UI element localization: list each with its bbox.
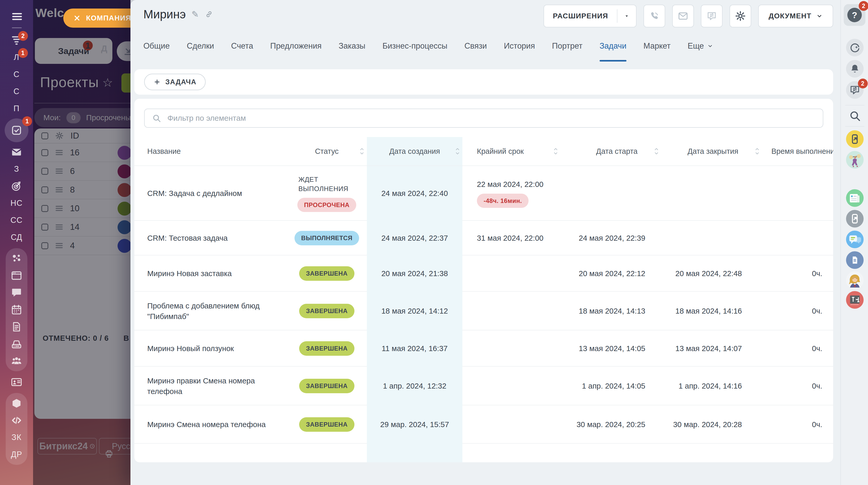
task-start-date (561, 166, 661, 221)
task-row[interactable]: CRM: Задача с дедлайномЖДЕТ ВЫПОЛНЕНИЯПР… (134, 166, 833, 220)
tasks-filter-input[interactable] (167, 114, 823, 122)
tab-связи[interactable]: Связи (464, 41, 487, 62)
column-header-6[interactable]: Дата закрытия (661, 137, 762, 166)
task-row[interactable]: Миринэ Новая заставкаЗАВЕРШЕНА20 мая 202… (134, 255, 833, 291)
sidebar-item-cube[interactable] (9, 397, 24, 409)
crm-icon (10, 253, 23, 264)
notification-badge: 2 (18, 31, 28, 41)
sidebar-item-drive[interactable] (9, 338, 24, 350)
task-status: ЖДЕТ ВЫПОЛНЕНИЯПРОСРОЧЕНА (287, 166, 367, 221)
sidebar-item-сд[interactable]: СД (9, 230, 24, 245)
tab-маркет[interactable]: Маркет (644, 41, 671, 62)
document-button[interactable]: ДОКУМЕНТ (758, 5, 833, 27)
sidebar-item-нс[interactable]: НС (9, 196, 24, 210)
sidebar-item-др[interactable]: ДР (9, 448, 24, 461)
task-row[interactable]: Миринэ правки Смена номера телефонаЗАВЕР… (134, 366, 833, 405)
email-button[interactable] (672, 5, 694, 27)
sidebar-item-с[interactable]: С (9, 84, 24, 99)
tab-заказы[interactable]: Заказы (339, 41, 366, 62)
task-name[interactable]: Проблема с добавлением блюд "Пибимпаб" (134, 292, 287, 331)
sort-arrows-icon[interactable] (553, 147, 558, 156)
rail-copilot-button[interactable] (846, 39, 864, 56)
rail-chat-app[interactable] (846, 231, 864, 248)
tab-история[interactable]: История (504, 41, 535, 62)
sidebar-item-crm[interactable] (9, 252, 24, 265)
column-header-5[interactable]: Дата старта (561, 137, 661, 166)
tab-портрет[interactable]: Портрет (552, 41, 583, 62)
rail-document-app-button[interactable] (846, 251, 864, 269)
task-row[interactable]: Миринэ Новый ползунокЗАВЕРШЕНА11 мая 202… (134, 330, 833, 366)
sidebar-item-card[interactable] (9, 269, 24, 282)
sort-arrows-icon[interactable] (360, 147, 364, 156)
sidebar-item-idcard[interactable] (9, 375, 24, 389)
sidebar-item-calendar[interactable] (9, 304, 24, 316)
task-row[interactable]: CRM: Тестовая задачаВЫПОЛНЯЕТСЯ24 мая 20… (134, 220, 833, 255)
settings-button[interactable] (730, 5, 751, 27)
sidebar-item-з[interactable]: З (9, 162, 24, 176)
copy-link-icon[interactable] (205, 10, 213, 19)
help-badge: 2 (859, 1, 868, 11)
sidebar-item-tasks[interactable]: 1 (5, 118, 28, 142)
sort-arrows-icon[interactable] (654, 147, 659, 156)
tab-предложения[interactable]: Предложения (270, 41, 322, 62)
add-task-button[interactable]: ЗАДАЧА (144, 74, 206, 90)
sidebar-item-зк[interactable]: ЗК (9, 431, 24, 444)
task-name[interactable]: Миринэ правки Смена номера телефона (134, 367, 287, 405)
tab-счета[interactable]: Счета (231, 41, 253, 62)
sidebar-item-document[interactable] (9, 320, 24, 333)
extensions-dropdown-caret[interactable] (617, 13, 636, 19)
task-start-date: 1 апр. 2024, 14:05 (561, 367, 661, 405)
help-button[interactable]: ? 2 (844, 4, 865, 26)
tab-еще[interactable]: Еще (688, 41, 713, 62)
rail-bell-button[interactable] (846, 60, 864, 78)
sidebar-item-target[interactable] (9, 179, 24, 193)
sort-arrows-icon[interactable] (755, 147, 760, 156)
task-row[interactable]: Миринэ Смена номера телефонаЗАВЕРШЕНА29 … (134, 405, 833, 443)
avatar-barbell-icon (846, 151, 864, 169)
task-name[interactable]: Миринэ Смена номера телефона (134, 405, 287, 444)
sidebar-item-л[interactable]: Л1 (9, 50, 24, 65)
rail-mobile-app-button[interactable] (846, 130, 864, 148)
task-name[interactable]: Миринэ Новая заставка (134, 255, 287, 292)
task-name[interactable]: CRM: Задача с дедлайном (134, 166, 287, 221)
edit-title-icon[interactable]: ✎ (191, 9, 199, 19)
rail-translator-app[interactable] (846, 291, 864, 309)
sidebar-item-funnel[interactable]: 2 (9, 33, 24, 48)
task-duration: 0ч. (762, 405, 833, 444)
extensions-button[interactable]: РАСШИРЕНИЯ (544, 5, 637, 27)
rail-messenger-button[interactable]: 2 (846, 81, 864, 99)
rail-search-button[interactable] (848, 110, 861, 122)
menu-toggle-button[interactable] (11, 11, 23, 22)
sidebar-item-mail[interactable] (9, 145, 24, 159)
task-row[interactable]: Проблема с добавлением блюд "Пибимпаб"ЗА… (134, 291, 833, 330)
tab-сделки[interactable]: Сделки (187, 41, 214, 62)
right-rail: ? 2 2 (840, 0, 868, 485)
slider-close-chip[interactable]: КОМПАНИЯ (63, 8, 141, 28)
column-header-2[interactable]: Статус (287, 137, 367, 166)
tab-бизнес-процессы[interactable]: Бизнес-процессы (382, 41, 447, 62)
call-button[interactable] (644, 5, 665, 27)
sidebar-item-code[interactable] (9, 414, 24, 427)
caret-down-icon (624, 13, 629, 19)
column-header-3[interactable]: Дата создания (367, 137, 462, 166)
sidebar-item-сс[interactable]: СС (9, 213, 24, 228)
rail-news-app[interactable] (846, 189, 864, 207)
rail-mobile-app-button[interactable] (846, 210, 864, 228)
task-close-date: 13 мая 2024, 14:07 (661, 331, 762, 367)
dim-overlay (33, 0, 130, 485)
task-created: 1 апр. 2024, 12:32 (367, 367, 462, 405)
tab-общие[interactable]: Общие (144, 41, 170, 62)
sidebar-item-п[interactable]: П (9, 101, 24, 116)
sidebar-item-с[interactable]: С (9, 67, 24, 82)
tab-задачи[interactable]: Задачи (599, 41, 626, 62)
sort-arrows-icon[interactable] (455, 147, 460, 156)
task-name[interactable]: Миринэ Новый ползунок (134, 331, 287, 367)
column-header-4[interactable]: Крайний срок (462, 137, 561, 166)
sidebar-item-people[interactable] (9, 355, 24, 367)
chat-button[interactable] (701, 5, 722, 27)
rail-avatar-barbell[interactable] (846, 151, 864, 169)
sidebar-item-chat[interactable] (9, 286, 24, 299)
rail-avatar-woman[interactable] (846, 272, 864, 289)
task-name[interactable]: CRM: Тестовая задача (134, 221, 287, 255)
task-status: ЗАВЕРШЕНА (287, 367, 367, 405)
